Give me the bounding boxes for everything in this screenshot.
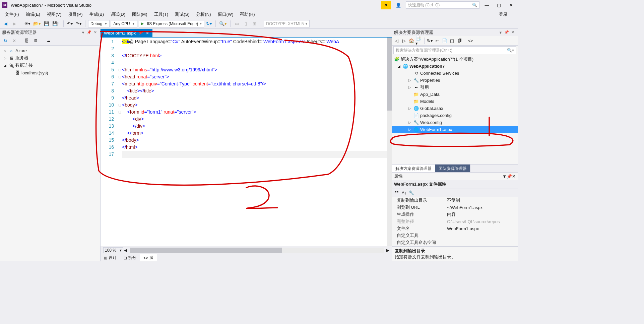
- solution-item[interactable]: 📁App_Data: [392, 91, 518, 98]
- code-editor[interactable]: 1234567891011121314151617 ⊟⊟⊟⊟ <%@ Page …: [101, 38, 392, 246]
- open-file-button[interactable]: 📂▾: [33, 20, 42, 27]
- view-tab-split[interactable]: ⊟拆分: [120, 254, 140, 261]
- pin-icon[interactable]: 📌: [507, 174, 512, 179]
- refresh-icon[interactable]: ↻: [2, 38, 9, 44]
- fold-column[interactable]: ⊟⊟⊟⊟: [117, 38, 122, 246]
- back-icon[interactable]: ◁: [393, 38, 400, 44]
- undo-button[interactable]: ↶▾: [66, 20, 74, 27]
- tree-item-localhost[interactable]: 🗄localhost(sys): [1, 69, 100, 76]
- pin-icon[interactable]: 📌: [86, 30, 92, 35]
- wrench-icon[interactable]: 🔧: [408, 190, 415, 196]
- solution-item[interactable]: ▷🔧Web.config: [392, 119, 518, 126]
- solution-item[interactable]: ▷🌐WebForm1.aspx: [392, 126, 518, 133]
- run-button[interactable]: ▶IIS Express (Microsoft Edge) ▾: [139, 20, 204, 27]
- tree-item-data-connections[interactable]: ◢🔌数据连接: [1, 62, 100, 69]
- tree-item-servers[interactable]: ▷🖥服务器: [1, 54, 100, 62]
- titlebar: ⋈ WebApplication7 - Microsoft Visual Stu…: [0, 0, 518, 10]
- editor-hscrollbar[interactable]: [130, 248, 384, 253]
- find-button[interactable]: 🔍▾: [218, 20, 228, 27]
- minimize-button[interactable]: —: [482, 1, 492, 9]
- solution-item[interactable]: 📄packages.config: [392, 112, 518, 119]
- feedback-icon[interactable]: 👤: [394, 1, 403, 9]
- menubar: 文件(F) 编辑(E) 视图(V) 项目(P) 生成(B) 调试(D) 团队(M…: [0, 10, 518, 19]
- scroll-right-icon[interactable]: ▶: [386, 248, 389, 253]
- toggle-1[interactable]: ▭: [233, 20, 241, 27]
- properties-icon[interactable]: 🗐: [456, 38, 463, 44]
- save-button[interactable]: 💾: [43, 20, 50, 27]
- notification-flag-icon[interactable]: ⚑: [381, 1, 391, 9]
- menu-analyze[interactable]: 分析(N): [193, 10, 214, 19]
- panel-dropdown-icon[interactable]: ▼: [80, 30, 86, 35]
- maximize-button[interactable]: ▢: [494, 1, 504, 9]
- menu-project[interactable]: 项目(P): [65, 10, 86, 19]
- nav-fwd-button[interactable]: ▶: [11, 20, 18, 27]
- toggle-3[interactable]: ⊞: [251, 20, 258, 27]
- solution-bottom-tabs: 解决方案资源管理器 团队资源管理器: [392, 164, 518, 172]
- view-tab-source[interactable]: <>源: [140, 254, 157, 261]
- home-icon[interactable]: 🏠: [408, 38, 415, 44]
- save-all-button[interactable]: 💾⁺: [52, 20, 61, 27]
- close-icon[interactable]: ✕: [92, 30, 98, 35]
- connect-server-icon[interactable]: 🖥: [32, 38, 39, 44]
- platform-dropdown[interactable]: Any CPU▼: [111, 20, 137, 27]
- menu-debug[interactable]: 调试(D): [107, 10, 129, 19]
- menu-edit[interactable]: 编辑(E): [22, 10, 44, 19]
- solution-item[interactable]: ▷🌐Global.asax: [392, 105, 518, 112]
- doctype-dropdown[interactable]: DOCTYPE: XHTML5▾: [264, 20, 310, 27]
- panel-dropdown-icon[interactable]: ▼: [498, 30, 504, 35]
- zoom-dropdown[interactable]: 100 %▾: [103, 247, 123, 253]
- menu-build[interactable]: 生成(B): [86, 10, 107, 19]
- new-project-button[interactable]: ✳▾: [24, 20, 31, 27]
- browser-refresh-button[interactable]: ↻▾: [205, 20, 213, 27]
- tree-item-azure[interactable]: ▷⟐Azure: [1, 47, 100, 54]
- scroll-left-icon[interactable]: ◀: [124, 248, 127, 253]
- solution-item[interactable]: ⟲Connected Services: [392, 70, 518, 77]
- solution-item[interactable]: ▷🔧Properties: [392, 77, 518, 84]
- quick-launch-input[interactable]: 快速启动 (Ctrl+Q) 🔍: [406, 1, 479, 9]
- editor-tab-active[interactable]: WebForm1.aspx 📌 ✕: [101, 29, 152, 37]
- view-tab-design[interactable]: ⊞设计: [101, 254, 120, 261]
- alphabetical-icon[interactable]: A↓: [401, 190, 407, 196]
- menu-tools[interactable]: 工具(T): [151, 10, 172, 19]
- close-icon[interactable]: ✕: [512, 174, 516, 179]
- menu-file[interactable]: 文件(F): [1, 10, 22, 19]
- solution-search-input[interactable]: 搜索解决方案资源管理器(Ctrl+;) 🔍▾: [393, 46, 516, 54]
- code-view-icon[interactable]: <>: [467, 38, 474, 44]
- solution-root[interactable]: 🧩解决方案"WebApplication7"(1 个项目): [392, 56, 518, 63]
- refresh-icon[interactable]: ↻▾: [427, 38, 433, 44]
- menu-help[interactable]: 帮助(H): [237, 10, 258, 19]
- menu-view[interactable]: 视图(V): [44, 10, 65, 19]
- config-dropdown[interactable]: Debug▼: [88, 20, 110, 27]
- connect-db-icon[interactable]: 🗄: [23, 38, 30, 44]
- menu-window[interactable]: 窗口(W): [214, 10, 237, 19]
- redo-button[interactable]: ↷▾: [75, 20, 82, 27]
- preview-icon[interactable]: ◫: [449, 38, 455, 44]
- close-tab-icon[interactable]: ✕: [146, 31, 149, 36]
- sync-icon[interactable]: 📑▾: [415, 38, 422, 44]
- stop-icon[interactable]: ✕: [11, 38, 17, 44]
- search-icon: 🔍▾: [507, 48, 514, 53]
- pin-icon[interactable]: 📌: [504, 30, 510, 35]
- code-lines[interactable]: <%@ Page Language="C#" AutoEventWireup="…: [122, 38, 387, 246]
- tab-solution-explorer[interactable]: 解决方案资源管理器: [392, 165, 435, 172]
- collapse-icon[interactable]: ⇤: [434, 38, 441, 44]
- solution-item[interactable]: 📁Models: [392, 98, 518, 105]
- close-icon[interactable]: ✕: [510, 30, 516, 35]
- show-all-icon[interactable]: 📄: [441, 38, 448, 44]
- solution-project[interactable]: ◢🌐WebApplication7: [392, 63, 518, 70]
- tab-team-explorer[interactable]: 团队资源管理器: [435, 165, 470, 172]
- panel-dropdown-icon[interactable]: ▼: [502, 174, 507, 179]
- fwd-icon[interactable]: ▷: [401, 38, 407, 44]
- categorized-icon[interactable]: ☷: [393, 190, 400, 196]
- sign-in-link[interactable]: 登录: [496, 10, 511, 19]
- azure-connect-icon[interactable]: ☁: [45, 38, 52, 44]
- menu-team[interactable]: 团队(M): [129, 10, 151, 19]
- properties-grid[interactable]: 复制到输出目录不复制浏览到 URL~/WebForm1.aspx生成操作内容完整…: [392, 197, 518, 246]
- solution-item[interactable]: ▷▪▪引用: [392, 84, 518, 91]
- menu-test[interactable]: 测试(S): [172, 10, 193, 19]
- pin-icon[interactable]: 📌: [138, 31, 143, 35]
- toggle-2[interactable]: ▯: [242, 20, 249, 27]
- close-button[interactable]: ✕: [506, 1, 516, 9]
- editor-vscrollbar[interactable]: [387, 38, 392, 246]
- nav-back-button[interactable]: ◀: [2, 20, 9, 27]
